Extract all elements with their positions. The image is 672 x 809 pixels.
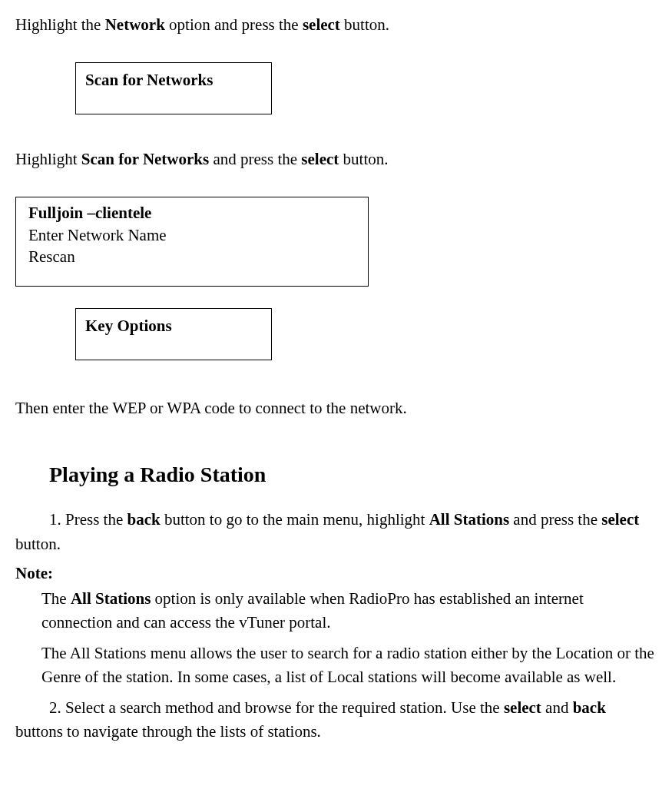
menu-box-key-options: Key Options bbox=[75, 308, 272, 360]
bold-select: select bbox=[504, 698, 541, 717]
text: and press the bbox=[209, 150, 301, 168]
text: button to go to the main menu, highlight bbox=[161, 510, 429, 529]
menu-box-network-list: Fulljoin –clientele Enter Network Name R… bbox=[15, 197, 369, 287]
text: The bbox=[41, 589, 71, 608]
menu-item-rescan: Rescan bbox=[28, 246, 360, 267]
text: Highlight the bbox=[15, 15, 105, 34]
bold-select: select bbox=[601, 510, 639, 529]
bold-all-stations: All Stations bbox=[71, 589, 151, 608]
instruction-network: Highlight the Network option and press t… bbox=[15, 14, 657, 36]
bold-all-stations: All Stations bbox=[429, 510, 509, 529]
menu-item-fulljoin: Fulljoin –clientele bbox=[28, 202, 360, 224]
instruction-enter-code: Then enter the WEP or WPA code to connec… bbox=[15, 397, 657, 419]
text: and press the bbox=[509, 510, 601, 529]
instruction-scan: Highlight Scan for Networks and press th… bbox=[15, 148, 657, 171]
text: button. bbox=[339, 150, 388, 168]
menu-item-enter-network-name: Enter Network Name bbox=[28, 224, 360, 246]
menu-item-label: Key Options bbox=[85, 317, 172, 335]
text: option and press the bbox=[165, 15, 303, 34]
note-body-2: The All Stations menu allows the user to… bbox=[41, 642, 657, 690]
bold-back: back bbox=[127, 510, 161, 529]
text: 1. Press the bbox=[49, 510, 127, 529]
text: button. bbox=[15, 535, 61, 553]
note-label: Note: bbox=[15, 562, 657, 585]
step-2: 2. Select a search method and browse for… bbox=[15, 696, 657, 744]
text: 2. Select a search method and browse for… bbox=[49, 698, 504, 717]
menu-box-scan-for-networks: Scan for Networks bbox=[75, 62, 272, 114]
text: button. bbox=[340, 15, 389, 34]
bold-scan-for-networks: Scan for Networks bbox=[81, 150, 209, 168]
step-1: 1. Press the back button to go to the ma… bbox=[15, 508, 657, 556]
menu-item-label: Scan for Networks bbox=[85, 71, 213, 89]
bold-select: select bbox=[303, 15, 340, 34]
section-heading-playing-radio: Playing a Radio Station bbox=[49, 459, 657, 489]
text: and bbox=[541, 698, 573, 717]
text: buttons to navigate through the lists of… bbox=[15, 722, 321, 741]
text: Highlight bbox=[15, 150, 81, 168]
bold-back: back bbox=[573, 698, 606, 717]
note-body-1: The All Stations option is only availabl… bbox=[41, 587, 657, 635]
bold-select: select bbox=[301, 150, 339, 168]
bold-network: Network bbox=[105, 15, 165, 34]
